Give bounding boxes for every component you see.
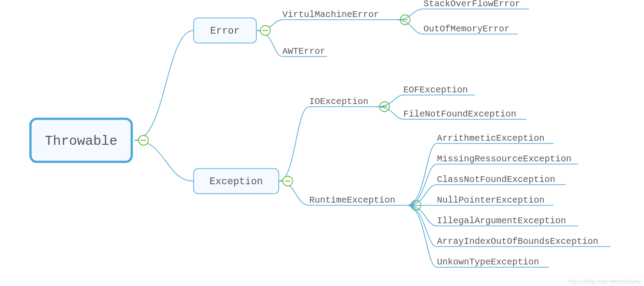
edge-io-eof [376, 95, 475, 107]
collapse-ioexception[interactable] [380, 102, 389, 112]
label-npe: NullPointerException [437, 195, 545, 205]
label-throwable: Throwable [45, 134, 117, 149]
label-ute: UnkownTypeException [437, 257, 539, 267]
edge-root-error [134, 30, 194, 140]
label-cnf: ClassNotFoundException [437, 174, 555, 185]
collapse-exception[interactable] [283, 176, 293, 186]
edge-root-exception [134, 140, 194, 181]
node-throwable[interactable]: Throwable [30, 119, 132, 162]
edge-error-vmerror [256, 20, 396, 30]
label-exception: Exception [210, 176, 263, 187]
label-runtime: RuntimeException [309, 195, 395, 205]
label-error: Error [210, 26, 240, 37]
node-exception[interactable]: Exception [194, 169, 279, 194]
label-sof: StackOverFlowError [424, 0, 520, 9]
watermark: https://blog.csdn.net/zydybaby [569, 278, 641, 285]
label-iae: IllegalArgumentException [437, 216, 566, 226]
collapse-throwable[interactable] [138, 135, 148, 145]
label-ioexception: IOException [309, 96, 368, 107]
label-missing: MissingRessourceException [437, 154, 571, 164]
label-fnf: FileNotFoundException [403, 109, 516, 119]
node-error[interactable]: Error [194, 18, 256, 43]
label-vmerror: VirtulMachineError [282, 9, 379, 20]
label-oom: OutOfMemoryError [424, 24, 510, 34]
label-eof: EOFException [403, 85, 468, 95]
edge-exception-io [279, 107, 376, 181]
edge-vmerror-sof [396, 9, 529, 20]
mindmap-canvas: Throwable Error VirtulMachineError Stack… [0, 0, 644, 286]
label-awterror: AWTError [282, 46, 325, 56]
label-aioobe: ArrayIndexOutOfBoundsException [437, 236, 598, 247]
collapse-error[interactable] [260, 26, 270, 35]
label-arith: ArrithmeticException [437, 133, 545, 143]
